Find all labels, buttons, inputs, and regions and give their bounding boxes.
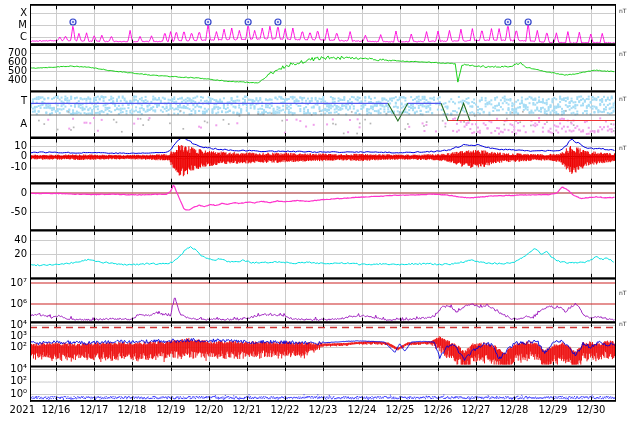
right-axis-unit-label: nT <box>619 50 626 57</box>
y-tick-flux-1e7: 10⁷ <box>0 277 27 289</box>
year-label: 2021 <box>4 404 35 415</box>
x-date-label: 12/19 <box>152 404 190 415</box>
x-date-label: 12/17 <box>75 404 113 415</box>
y-tick-dens-20: 20 <box>0 248 27 260</box>
y-tick-xray-C: C <box>0 31 27 43</box>
x-date-label: 12/25 <box>381 404 419 415</box>
y-tick-wind-400: 400 <box>0 74 27 86</box>
right-axis-unit-label: nT <box>619 7 626 14</box>
y-tick-xray-X: X <box>0 7 27 19</box>
y-tick-low-1e2: 10² <box>0 375 27 387</box>
x-date-label: 12/28 <box>495 404 533 415</box>
right-axis-unit-label: nT <box>619 289 626 296</box>
space-weather-multipanel-chart: X M C 700 600 500 400 T A 10 0 -10 0 -50… <box>0 0 634 424</box>
x-date-label: 12/16 <box>37 404 75 415</box>
x-date-label: 12/26 <box>419 404 457 415</box>
x-date-label: 12/27 <box>457 404 495 415</box>
x-date-label: 12/18 <box>113 404 151 415</box>
right-axis-unit-label: nT <box>619 144 626 151</box>
y-label-A: A <box>0 118 27 130</box>
right-axis-unit-label: nT <box>619 320 626 327</box>
x-date-label: 12/29 <box>534 404 572 415</box>
y-label-T: T <box>0 95 27 107</box>
y-tick-low-1e4: 10⁴ <box>0 363 27 375</box>
y-tick-dens-40: 40 <box>0 234 27 246</box>
x-date-label: 12/20 <box>190 404 228 415</box>
y-tick-xray-M: M <box>0 19 27 31</box>
x-date-label: 12/23 <box>304 404 342 415</box>
x-date-label: 12/24 <box>343 404 381 415</box>
y-tick-imf-m10: -10 <box>0 161 27 173</box>
right-axis-unit-label: nT <box>619 95 626 102</box>
y-tick-flux-1e2: 10² <box>0 341 27 353</box>
y-tick-dst-0: 0 <box>0 187 27 199</box>
x-date-label: 12/22 <box>266 404 304 415</box>
x-date-label: 12/30 <box>572 404 610 415</box>
plot-canvas <box>0 0 634 424</box>
x-date-label: 12/21 <box>228 404 266 415</box>
y-tick-low-1e0: 10⁰ <box>0 388 27 400</box>
y-tick-flux-1e6: 10⁶ <box>0 298 27 310</box>
y-tick-dst-m50: -50 <box>0 206 27 218</box>
